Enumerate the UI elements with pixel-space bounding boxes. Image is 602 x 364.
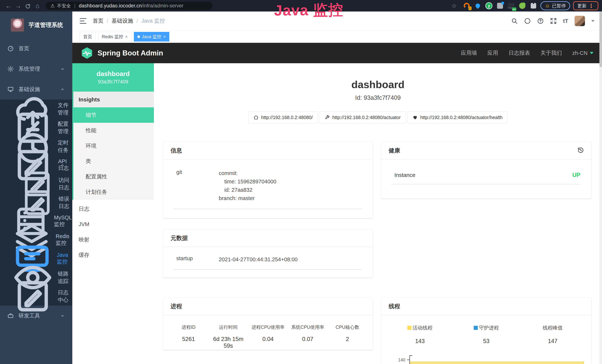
health-status-badge: UP: [572, 172, 580, 178]
github-icon[interactable]: [524, 18, 531, 24]
infra-submenu: 文件管理 配置管理 定时任务 API 日志 访问日志: [0, 100, 72, 306]
sba-item-details[interactable]: 细节: [74, 107, 154, 123]
metadata-card: 元数据 startup 2021-04-27T00:44:31.254+08:0…: [163, 229, 373, 278]
health-instance-label: Instance: [394, 172, 415, 178]
sba-item-classes[interactable]: 类: [74, 153, 154, 169]
sba-logo-icon: [81, 47, 93, 59]
service-url-button[interactable]: http://192.168.0.2:48080/: [248, 111, 318, 123]
tab-java[interactable]: Java 监控 ×: [134, 32, 169, 42]
hamburger-icon[interactable]: [80, 18, 86, 24]
sba-item-config-props[interactable]: 配置属性: [74, 169, 154, 184]
sba-nav-applications[interactable]: 应用: [487, 49, 498, 57]
peak-threads-value: 147: [519, 338, 586, 344]
instance-id: 93a3fc7f7409: [98, 79, 128, 85]
search-icon[interactable]: [511, 18, 518, 24]
page-title: dashboard: [154, 78, 602, 90]
sidebar-item-log-center[interactable]: 日志中心: [0, 287, 72, 306]
metadata-startup-value: 2021-04-27T00:44:31.254+08:00: [219, 255, 298, 264]
sba-item-mappings[interactable]: 映射: [72, 232, 154, 247]
breadcrumb-current: Java 监控: [141, 17, 165, 25]
bookmark-star-icon[interactable]: ☆: [452, 2, 457, 9]
annotation-text: Java 监控: [274, 0, 343, 21]
sba-nav-journal[interactable]: 日志报表: [509, 49, 530, 57]
sba-item-logs[interactable]: 日志: [72, 201, 154, 217]
app-logo-row[interactable]: 芋道管理系统: [0, 11, 72, 38]
page-id-line: Id: 93a3fc7f7409: [154, 94, 602, 101]
breadcrumb-home[interactable]: 首页: [93, 17, 103, 25]
sba-nav-about[interactable]: 关于我们: [540, 49, 562, 57]
reload-icon[interactable]: [23, 0, 33, 11]
sidebar-item-devtools[interactable]: 研发工具: [0, 306, 72, 326]
security-label: 不安全: [57, 3, 71, 9]
list-extension-icon[interactable]: on: [507, 2, 515, 10]
avatar-caret-icon[interactable]: [591, 20, 595, 22]
chevron-up-icon: [60, 87, 65, 92]
profile-paused-badge[interactable]: ☺ 已暂停: [540, 1, 570, 10]
back-icon[interactable]: ←: [4, 0, 13, 11]
sba-content: dashboard Id: 93a3fc7f7409 http://192.16…: [154, 63, 602, 364]
sba-item-metrics[interactable]: 性能: [74, 123, 154, 138]
extension-icon[interactable]: 1: [462, 2, 471, 10]
app-logo: [11, 18, 24, 32]
active-dot: [137, 35, 140, 38]
live-threads-value: 143: [387, 338, 453, 344]
threads-card: 线程 活动线程 143 守护进程 53: [381, 298, 591, 364]
health-card-title: 健康: [389, 147, 400, 154]
process-cpu: 0.04: [248, 336, 288, 343]
tab-home[interactable]: 首页: [80, 32, 96, 42]
health-url-button[interactable]: http://192.168.0.2:48080/actuator/health: [408, 111, 507, 123]
youdao-extension-icon[interactable]: y: [485, 2, 493, 10]
info-card: 信息 git commit: time: 1596289704000 id: 2…: [163, 142, 373, 218]
threads-legend: 活动线程 143 守护进程 53 线程峰值 14: [381, 315, 591, 344]
font-size-icon[interactable]: tT: [563, 18, 568, 24]
fullscreen-icon[interactable]: [550, 18, 557, 24]
close-icon[interactable]: ×: [125, 34, 128, 39]
sba-item-scheduled[interactable]: 计划任务: [74, 184, 154, 200]
tags-view: 首页 Redis 监控 × Java 监控 ×: [72, 31, 602, 43]
help-icon[interactable]: [537, 18, 544, 24]
scrollbar-thumb[interactable]: [599, 11, 602, 67]
sba-locale-select[interactable]: zh-CN: [572, 50, 593, 56]
pin-extension-icon[interactable]: [474, 2, 482, 10]
instance-name: dashboard: [97, 70, 130, 77]
history-icon[interactable]: [577, 147, 584, 154]
chevron-down-icon: [60, 66, 65, 71]
url-separator: |: [74, 3, 75, 9]
tab-redis[interactable]: Redis 监控 ×: [98, 32, 131, 42]
sba-instance-header[interactable]: dashboard 93a3fc7f7409: [72, 63, 154, 92]
sidebar-item-home[interactable]: 首页: [0, 38, 72, 59]
grid-extension-icon[interactable]: [496, 2, 504, 10]
user-avatar[interactable]: [575, 16, 585, 26]
home-icon[interactable]: ⌂: [33, 0, 42, 11]
leaf-extension-icon[interactable]: [518, 2, 526, 10]
address-bar[interactable]: ⚠ 不安全 | dashboard.yudao.iocoder.cn/infra…: [46, 2, 213, 10]
process-card: 进程 进程ID5261 运行时间6d 23h 15m 59s 进程CPU使用率0…: [163, 298, 373, 350]
close-icon[interactable]: ×: [163, 34, 166, 39]
chevron-down-icon: [590, 52, 593, 54]
breadcrumb: 首页 / 基础设施 / Java 监控: [93, 17, 165, 25]
sba-item-environment[interactable]: 环境: [74, 138, 154, 153]
live-threads-swatch: [407, 326, 411, 330]
sba-item-caches[interactable]: 缓存: [72, 247, 154, 263]
update-button[interactable]: 更新 ⋮: [573, 1, 598, 10]
browser-menu-icon[interactable]: ⋮: [589, 3, 594, 9]
sba-brand[interactable]: Spring Boot Admin: [81, 47, 163, 59]
process-table: 进程ID5261 运行时间6d 23h 15m 59s 进程CPU使用率0.04…: [163, 315, 373, 349]
breadcrumb-infra[interactable]: 基础设施: [112, 17, 133, 25]
sidebar-item-system[interactable]: 系统管理: [0, 59, 72, 79]
info-key-git: git: [173, 169, 219, 203]
health-card: 健康 Instance UP: [381, 142, 591, 199]
insecure-warning-icon: ⚠: [50, 3, 55, 9]
daemon-threads-value: 53: [453, 338, 519, 344]
chevron-down-icon: [60, 313, 65, 318]
sba-item-jvm[interactable]: JVM: [72, 217, 154, 232]
profile-avatar-icon: ☺: [545, 3, 550, 9]
chevron-up-icon: [60, 163, 65, 168]
process-card-title: 进程: [171, 302, 182, 310]
page-scrollbar[interactable]: [599, 11, 602, 364]
threads-chart: 140 120 100: [392, 354, 584, 364]
actuator-url-button[interactable]: http://192.168.0.2:48080/actuator: [320, 111, 406, 123]
forward-icon[interactable]: →: [13, 0, 23, 11]
sba-nav-wallboard[interactable]: 应用墙: [461, 49, 477, 57]
puzzle-extensions-icon[interactable]: [529, 2, 538, 10]
